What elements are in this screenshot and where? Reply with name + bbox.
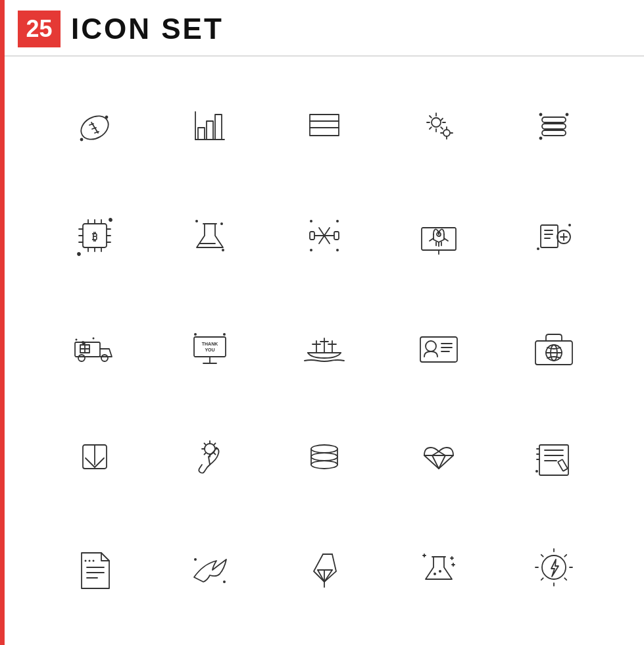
svg-rect-62 — [541, 225, 558, 247]
svg-point-127 — [85, 560, 87, 562]
svg-line-58 — [444, 238, 448, 241]
svg-rect-8 — [198, 128, 205, 140]
svg-point-85 — [223, 333, 226, 336]
icon-cell-pen-nib — [267, 512, 382, 623]
svg-point-123 — [535, 470, 538, 473]
header: 25 Icon Set — [5, 0, 644, 57]
icon-cell-maintenance — [152, 401, 266, 512]
svg-point-73 — [101, 355, 108, 361]
svg-point-37 — [78, 253, 80, 255]
svg-line-154 — [564, 555, 566, 557]
svg-line-155 — [541, 578, 543, 580]
svg-point-70 — [568, 224, 571, 226]
icon-cell-sun-energy — [497, 512, 611, 623]
icon-cell-science-flask — [382, 512, 496, 623]
svg-line-153 — [564, 578, 566, 580]
svg-line-108 — [432, 455, 439, 469]
svg-line-57 — [430, 238, 433, 241]
svg-rect-79 — [194, 337, 226, 357]
svg-point-21 — [566, 114, 568, 116]
svg-point-146 — [439, 570, 441, 573]
header-number: 25 — [18, 11, 61, 47]
icon-cell-boat — [267, 291, 382, 401]
svg-point-16 — [443, 130, 450, 136]
icon-cell-database — [267, 401, 382, 512]
icon-cell-id-card — [382, 291, 496, 401]
left-bar — [0, 0, 5, 645]
svg-text:₿: ₿ — [92, 231, 97, 242]
svg-text:YOU: YOU — [205, 348, 214, 352]
svg-line-111 — [432, 452, 439, 455]
svg-rect-93 — [420, 337, 457, 362]
icon-cell-towels — [497, 70, 611, 180]
svg-point-106 — [311, 453, 337, 461]
svg-point-43 — [220, 222, 223, 225]
icon-cell-table — [267, 70, 382, 180]
svg-rect-9 — [207, 121, 213, 140]
icon-cell-blueprint — [497, 401, 611, 512]
svg-point-105 — [311, 445, 337, 453]
svg-point-78 — [93, 338, 95, 340]
svg-line-112 — [439, 452, 445, 455]
svg-point-51 — [310, 249, 312, 251]
svg-point-22 — [539, 138, 541, 140]
icon-cell-thank-you: THANK YOU — [152, 291, 266, 401]
svg-point-50 — [336, 220, 339, 222]
svg-point-145 — [433, 573, 436, 575]
svg-point-131 — [223, 580, 226, 583]
svg-point-49 — [310, 220, 312, 222]
svg-text:THANK: THANK — [201, 342, 218, 346]
icon-grid: ₿ — [5, 57, 644, 636]
icon-cell-arrow-down — [37, 401, 152, 512]
svg-point-69 — [537, 247, 539, 250]
svg-point-52 — [336, 249, 339, 251]
svg-point-38 — [109, 219, 112, 221]
svg-point-20 — [539, 114, 541, 116]
svg-point-130 — [194, 558, 197, 561]
icon-cell-global-briefcase — [497, 291, 611, 401]
icon-cell-lab-flask — [152, 180, 266, 291]
svg-point-41 — [195, 220, 198, 222]
icon-cell-rocket — [382, 180, 496, 291]
icon-cell-gift-truck — [37, 291, 152, 401]
svg-point-42 — [222, 249, 224, 251]
svg-point-94 — [426, 341, 436, 351]
icon-cell-medical-device — [497, 180, 611, 291]
svg-rect-10 — [215, 115, 222, 140]
icon-cell-document — [37, 512, 152, 623]
svg-point-84 — [194, 333, 197, 336]
svg-point-147 — [542, 555, 566, 579]
svg-point-107 — [311, 461, 337, 469]
icon-cell-bitcoin-chip: ₿ — [37, 180, 152, 291]
svg-point-6 — [106, 116, 108, 118]
svg-point-15 — [432, 118, 441, 127]
svg-rect-19 — [542, 130, 566, 136]
svg-rect-119 — [558, 459, 568, 471]
icon-cell-dumbbell — [267, 180, 382, 291]
svg-rect-17 — [542, 117, 566, 122]
icon-cell-football — [37, 70, 152, 180]
svg-point-77 — [76, 339, 78, 341]
header-title: Icon Set — [71, 13, 224, 45]
svg-line-109 — [439, 455, 445, 469]
icon-cell-settings — [382, 70, 496, 180]
svg-rect-45 — [310, 232, 314, 240]
svg-point-5 — [81, 139, 83, 141]
svg-point-72 — [78, 355, 85, 361]
svg-rect-18 — [542, 124, 566, 129]
svg-point-128 — [89, 560, 91, 562]
svg-rect-12 — [310, 115, 339, 136]
icon-cell-flying-bird — [152, 512, 266, 623]
icon-cell-bar-chart — [152, 70, 266, 180]
icon-cell-geometric-heart — [382, 401, 496, 512]
svg-line-152 — [541, 555, 543, 557]
svg-rect-46 — [334, 232, 339, 240]
svg-point-129 — [93, 560, 95, 562]
